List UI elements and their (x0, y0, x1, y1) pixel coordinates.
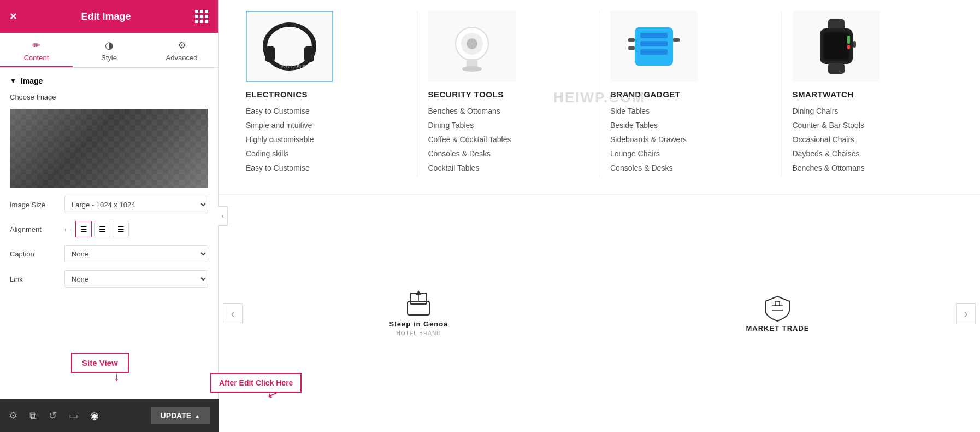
menu-item-brand-4[interactable]: Consoles & Desks (610, 164, 770, 172)
link-select[interactable]: None (64, 270, 208, 288)
category-title-security: SECURITY TOOLS (428, 90, 588, 99)
tab-style-label: Style (101, 54, 117, 62)
choose-image-label: Choose Image (10, 93, 64, 101)
svg-point-0 (265, 25, 314, 68)
eye-icon[interactable]: ◉ (90, 410, 99, 422)
menu-item-electronics-4[interactable]: Easy to Customise (246, 164, 406, 172)
svg-text:SYLLABLE: SYLLABLE (281, 64, 306, 69)
alignment-label: Alignment (10, 225, 64, 233)
svg-point-6 (467, 38, 477, 49)
brand-nav-left-button[interactable]: ‹ (223, 303, 243, 323)
menu-item-smartwatch-4[interactable]: Benches & Ottomans (793, 164, 953, 172)
svg-rect-31 (775, 301, 780, 306)
image-preview-inner (10, 109, 208, 188)
svg-rect-14 (673, 38, 680, 42)
update-label: UPDATE (161, 411, 192, 420)
left-panel: × Edit Image ✏ Content ◑ Style ⚙ Advance… (0, 0, 219, 432)
tab-style[interactable]: ◑ Style (73, 33, 145, 67)
brand-sub-sleep-in-genoa: HOTEL BRAND (397, 330, 441, 336)
product-image-smartwatch (793, 11, 880, 82)
update-caret-icon: ▲ (194, 413, 200, 419)
brand-name-sleep-in-genoa: Sleep in Genoa (389, 320, 448, 328)
menu-item-security-1[interactable]: Dining Tables (428, 121, 588, 130)
svg-rect-21 (847, 45, 850, 49)
menu-item-electronics-0[interactable]: Easy to Customise (246, 107, 406, 115)
alignment-icon: ▭ (64, 225, 71, 233)
image-size-select[interactable]: Large - 1024 x 1024 (64, 196, 208, 213)
svg-rect-13 (628, 38, 635, 42)
menu-item-electronics-2[interactable]: Highly customisable (246, 135, 406, 144)
grid-icon[interactable] (195, 10, 208, 23)
category-title-brand: BRAND GADGET (610, 90, 770, 99)
section-image-header[interactable]: ▼ Image (10, 77, 208, 85)
tab-advanced-label: Advanced (166, 54, 198, 62)
tab-advanced[interactable]: ⚙ Advanced (145, 33, 218, 67)
menu-col-smartwatch: SMARTWATCH Dining Chairs Counter & Bar S… (782, 11, 964, 178)
market-trade-icon (761, 295, 794, 322)
menu-item-security-2[interactable]: Coffee & Cocktail Tables (428, 135, 588, 144)
image-preview[interactable] (10, 109, 208, 188)
menu-item-brand-2[interactable]: Sideboards & Drawers (610, 135, 770, 144)
arrow-down-icon: ▼ (10, 77, 16, 85)
responsive-icon[interactable]: ▭ (69, 410, 78, 422)
menu-item-security-4[interactable]: Cocktail Tables (428, 164, 588, 172)
menu-grid: HEIWP.COM SYLLABLE ELECTRONICS Easy to C… (219, 0, 980, 195)
menu-col-brand: BRAND GADGET Side Tables Beside Tables S… (599, 11, 782, 178)
menu-item-smartwatch-0[interactable]: Dining Chairs (793, 107, 953, 115)
site-view-box[interactable]: Site View (71, 353, 129, 373)
alignment-buttons: ☰ ☰ ☰ (75, 221, 129, 237)
menu-item-smartwatch-2[interactable]: Occasional Chairs (793, 135, 953, 144)
layers-icon[interactable]: ⧉ (29, 410, 37, 422)
after-edit-box: After Edit Click Here (210, 373, 302, 393)
svg-rect-15 (628, 46, 635, 50)
menu-item-electronics-1[interactable]: Simple and intuitive (246, 121, 406, 130)
brand-logo-market-trade: MARKET TRADE (746, 295, 809, 332)
svg-rect-19 (824, 33, 849, 59)
close-icon[interactable]: × (10, 9, 17, 24)
section-image-label: Image (21, 77, 43, 85)
link-row: Link None (10, 270, 208, 288)
product-image-electronics: SYLLABLE (246, 11, 333, 82)
brand-logo-sleep-in-genoa: Sleep in Genoa HOTEL BRAND (389, 290, 448, 336)
menu-item-smartwatch-1[interactable]: Counter & Bar Stools (793, 121, 953, 130)
panel-tabs: ✏ Content ◑ Style ⚙ Advanced (0, 33, 218, 68)
caption-select[interactable]: None (64, 245, 208, 262)
svg-rect-2 (304, 46, 314, 62)
category-title-electronics: ELECTRONICS (246, 90, 406, 99)
menu-item-electronics-3[interactable]: Coding skills (246, 149, 406, 158)
sleep-in-genoa-icon (402, 290, 435, 318)
menu-item-brand-1[interactable]: Beside Tables (610, 121, 770, 130)
camera-svg (442, 16, 502, 77)
alignment-row: Alignment ▭ ☰ ☰ ☰ (10, 221, 208, 237)
brand-nav-right-button[interactable]: › (956, 303, 976, 323)
svg-rect-23 (853, 41, 856, 48)
menu-col-electronics: SYLLABLE ELECTRONICS Easy to Customise S… (235, 11, 417, 178)
image-size-label: Image Size (10, 201, 64, 209)
menu-item-brand-0[interactable]: Side Tables (610, 107, 770, 115)
tab-content[interactable]: ✏ Content (0, 33, 73, 67)
settings-icon[interactable]: ⚙ (9, 410, 17, 422)
align-left-button[interactable]: ☰ (75, 221, 92, 237)
choose-image-row: Choose Image (10, 93, 208, 101)
menu-item-brand-3[interactable]: Lounge Chairs (610, 149, 770, 158)
svg-point-8 (462, 66, 482, 72)
panel-header: × Edit Image (0, 0, 218, 33)
panel-body: ▼ Image Choose Image Image Size Large - … (0, 68, 218, 432)
align-center-button[interactable]: ☰ (94, 221, 110, 237)
menu-item-security-3[interactable]: Consoles & Desks (428, 149, 588, 158)
caption-row: Caption None (10, 245, 208, 262)
svg-rect-20 (847, 36, 850, 44)
brands-area: ‹ Sleep in Genoa HOTEL BRAND (219, 195, 980, 432)
right-area: HEIWP.COM SYLLABLE ELECTRONICS Easy to C… (219, 0, 980, 432)
panel-title: Edit Image (81, 11, 131, 22)
link-label: Link (10, 275, 64, 283)
menu-item-security-0[interactable]: Benches & Ottomans (428, 107, 588, 115)
collapse-panel-button[interactable]: ‹ (218, 206, 228, 226)
history-icon[interactable]: ↺ (49, 410, 57, 422)
pencil-icon: ✏ (32, 39, 40, 51)
site-view-arrow: ↓ (114, 370, 120, 384)
align-right-button[interactable]: ☰ (113, 221, 129, 237)
menu-item-smartwatch-3[interactable]: Daybeds & Chaises (793, 149, 953, 158)
update-button[interactable]: UPDATE ▲ (151, 407, 210, 424)
style-icon: ◑ (105, 39, 114, 51)
